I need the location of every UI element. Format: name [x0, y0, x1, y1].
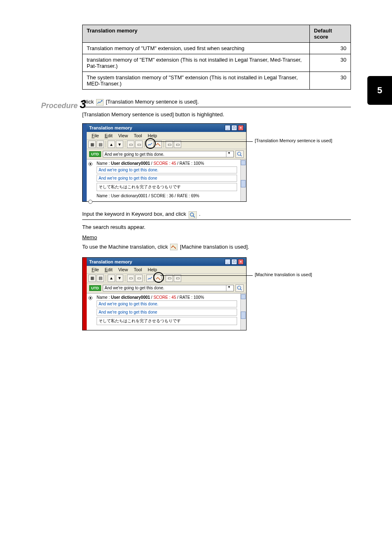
- th-translation-memory: Translation memory: [83, 25, 310, 43]
- menu-file-2[interactable]: File: [89, 267, 101, 272]
- menubar: File Edit View Tool Help: [87, 132, 246, 139]
- step-4: Input the keyword in Keyword box, and cl…: [82, 210, 351, 219]
- dropdown-icon-2[interactable]: ▼: [226, 285, 232, 291]
- tb-btn-5[interactable]: ▭: [127, 141, 134, 148]
- window-title: Translation memory: [89, 125, 132, 130]
- search-icon: [189, 210, 197, 219]
- callout-tm-used: [Translation Memory sentence is used]: [255, 138, 332, 143]
- tb-btn-6[interactable]: ▭: [135, 141, 143, 148]
- svg-line-3: [240, 155, 242, 156]
- menu-view-2[interactable]: View: [116, 267, 131, 272]
- keyword-value-2: And we're going to get this done.: [105, 286, 164, 290]
- tb2-btn-2[interactable]: ▤: [97, 275, 104, 282]
- memo-text-b: [Machine translation is used].: [180, 244, 249, 250]
- result-2: Name : User dictionary0001 / SCORE : 36 …: [97, 194, 237, 198]
- highlight-circle-2: [153, 272, 164, 283]
- minimize-button-2[interactable]: _: [225, 259, 231, 265]
- tm-used-icon: [96, 98, 104, 106]
- close-button-2[interactable]: ×: [238, 259, 244, 265]
- cell-etm: translation memory of "ETM" extension (T…: [83, 54, 310, 72]
- result-1b-target: そして私たちはこれを完了させるつもりです: [97, 317, 237, 325]
- cell-stm-score: 30: [310, 72, 351, 90]
- tb2-up-icon[interactable]: ▲: [108, 275, 115, 282]
- menubar-2: File Edit View Tool Help: [87, 266, 246, 273]
- menu-help[interactable]: Help: [145, 133, 160, 138]
- result-1-source: And we're going to get this done.: [97, 166, 237, 173]
- tb-down-icon[interactable]: ▼: [116, 141, 123, 148]
- window-title-2: Translation memory: [89, 259, 132, 264]
- tb2-btn-1[interactable]: ▦: [88, 275, 96, 282]
- results-pane: Name : User dictionary0001 / SCORE : 45 …: [87, 159, 246, 201]
- tb-btn-1[interactable]: ▦: [88, 141, 96, 148]
- app-window-1: Translation memory _ □ × File Edit View …: [82, 123, 247, 202]
- menu-tool-2[interactable]: Tool: [131, 267, 144, 272]
- svg-point-1: [101, 100, 102, 102]
- th-default-score: Default score: [310, 25, 351, 43]
- left-strip-2: [83, 258, 87, 330]
- titlebar-2: Translation memory _ □ ×: [87, 258, 246, 266]
- menu-edit[interactable]: Edit: [102, 133, 115, 138]
- scrollbar-2[interactable]: [240, 293, 246, 330]
- svg-rect-0: [96, 99, 104, 106]
- close-button[interactable]: ×: [238, 125, 244, 131]
- keyword-input-2[interactable]: And we're going to get this done. ▼: [103, 285, 234, 291]
- chapter-tab: 5: [367, 76, 392, 105]
- app-window-2: Translation memory _ □ × File Edit View …: [82, 257, 247, 330]
- memo-heading: Memo: [82, 234, 351, 240]
- callout-mt-used: [Machine translation is used]: [255, 272, 312, 277]
- step4-sub: The search results appear.: [82, 224, 351, 230]
- figure-mt-used: Translation memory _ □ × File Edit View …: [82, 257, 351, 330]
- menu-tool[interactable]: Tool: [131, 133, 144, 138]
- cell-utm-score: 30: [310, 43, 351, 54]
- result-radio-1b[interactable]: [88, 296, 92, 300]
- step4-text-b: .: [199, 211, 201, 217]
- utd-badge: UTD: [89, 151, 101, 157]
- dropdown-icon[interactable]: ▼: [226, 151, 232, 157]
- left-strip: [83, 124, 87, 201]
- tb2-btn-5[interactable]: ▭: [127, 275, 134, 282]
- utd-badge-2: UTD: [89, 285, 101, 291]
- toolbar: ▦ ▤ ▲ ▼ ▭ ▭: [87, 139, 246, 149]
- tb2-btn-6[interactable]: ▭: [135, 275, 143, 282]
- result-1-target: そして私たちはこれを完了させるつもりです: [97, 183, 237, 191]
- result-radio-2[interactable]: [88, 200, 92, 204]
- svg-rect-7: [170, 244, 178, 250]
- minimize-button[interactable]: _: [225, 125, 231, 131]
- score-table: Translation memory Default score Transla…: [82, 25, 351, 90]
- result-1b-match: And we're going to get this done: [97, 309, 237, 316]
- menu-help-2[interactable]: Help: [145, 267, 160, 272]
- keyword-input[interactable]: And we're going to get this done. ▼: [103, 151, 234, 157]
- keyword-value: And we're going to get this done.: [105, 152, 164, 157]
- step-3: Procedure 3 Click [Translation Memory se…: [82, 98, 351, 107]
- tb-up-icon[interactable]: ▲: [108, 141, 115, 148]
- step3-sub: [Translation Memory sentence is used] bu…: [82, 111, 351, 118]
- searchbar: UTD And we're going to get this done. ▼: [87, 149, 246, 159]
- svg-point-9: [238, 286, 241, 289]
- result-1b: Name : User dictionary0001 / SCORE : 45 …: [97, 295, 237, 325]
- tb2-down-icon[interactable]: ▼: [116, 275, 123, 282]
- svg-rect-4: [189, 211, 197, 219]
- scrollbar[interactable]: [240, 159, 246, 201]
- titlebar: Translation memory _ □ ×: [87, 124, 246, 132]
- maximize-button-2[interactable]: □: [231, 259, 237, 265]
- cell-stm: The system translation memory of "STM" e…: [83, 72, 310, 90]
- step-label: Procedure 3: [41, 98, 86, 111]
- memo-text-a: To use the Machine translation, click: [82, 244, 169, 250]
- svg-line-10: [240, 289, 242, 290]
- menu-view[interactable]: View: [116, 133, 131, 138]
- menu-edit-2[interactable]: Edit: [102, 267, 115, 272]
- result-radio-1[interactable]: [88, 162, 92, 166]
- search-go-button-2[interactable]: [235, 284, 244, 292]
- tb-btn-2[interactable]: ▤: [97, 141, 104, 148]
- tm-used-toolbar-icon-2[interactable]: [146, 275, 154, 282]
- figure-tm-used: Translation memory _ □ × File Edit View …: [82, 123, 351, 202]
- result-1b-source: And we're going to get this done.: [97, 300, 237, 307]
- searchbar-2: UTD And we're going to get this done. ▼: [87, 283, 246, 293]
- cell-etm-score: 30: [310, 54, 351, 72]
- step3-text-b: [Translation Memory sentence is used].: [106, 99, 198, 105]
- menu-file[interactable]: File: [89, 133, 101, 138]
- maximize-button[interactable]: □: [231, 125, 237, 131]
- results-pane-2: Name : User dictionary0001 / SCORE : 45 …: [87, 293, 246, 330]
- search-go-button[interactable]: [235, 150, 244, 158]
- cell-utm: Translation memory of "UTM" extension, u…: [83, 43, 310, 54]
